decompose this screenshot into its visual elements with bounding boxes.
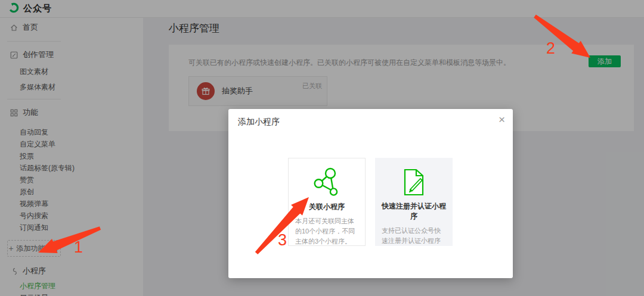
option-description: 本月还可关联同主体的10个小程序，不同主体的3个小程序。 xyxy=(295,216,358,247)
close-icon[interactable]: × xyxy=(499,114,505,125)
option-title: 快速注册并认证小程序 xyxy=(382,201,446,222)
option-register-miniprogram[interactable]: 快速注册并认证小程序 支持已认证公众号快速注册并认证小程序 xyxy=(375,158,453,246)
option-link-miniprogram[interactable]: 关联小程序 本月还可关联同主体的10个小程序，不同主体的3个小程序。 xyxy=(288,158,366,246)
add-miniprogram-modal: 添加小程序 × 关联小程序 本月还可关联同主体的 xyxy=(228,109,513,278)
wechat-official-account-admin: 公众号 首页 创作管理 图文素材 多媒体素材 功能 自动回复 自定义菜 xyxy=(0,0,644,296)
option-description: 支持已认证公众号快速注册并认证小程序 xyxy=(382,226,446,246)
link-network-icon xyxy=(295,166,358,200)
register-document-icon xyxy=(382,165,446,200)
modal-title: 添加小程序 xyxy=(238,117,280,127)
option-title: 关联小程序 xyxy=(295,202,358,212)
